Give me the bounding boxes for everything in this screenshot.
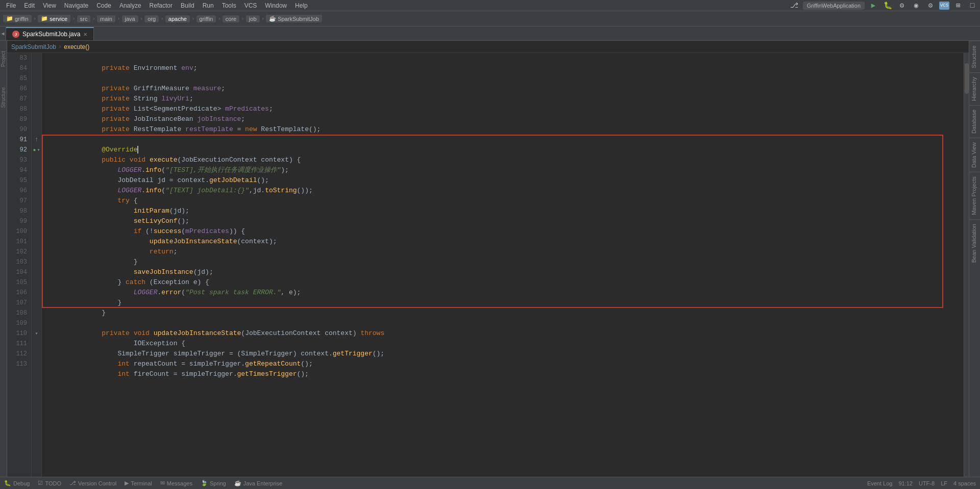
line-num: 90 (7, 124, 27, 135)
menu-help[interactable]: Help (291, 0, 312, 11)
line-num: 99 (7, 216, 27, 226)
code-line-88: private JobInstanceBean jobInstance; (46, 104, 964, 114)
breadcrumb-method[interactable]: execute() (64, 43, 89, 50)
project-label[interactable]: Project (1, 51, 6, 67)
nav-apache[interactable]: apache (165, 15, 190, 22)
menu-code[interactable]: Code (92, 0, 115, 11)
menu-tools[interactable]: Tools (218, 0, 240, 11)
status-debug[interactable]: 🐛 Debug (4, 480, 30, 486)
profile-button[interactable]: ◉ (911, 0, 922, 11)
gutter-cell (32, 124, 41, 135)
code-line-95: LOGGER.info("[TEXT] jobDetail:{}",jd.toS… (46, 175, 964, 186)
panel-bean[interactable]: Bean Validation (969, 219, 980, 267)
event-log-label: Event Log (867, 480, 893, 486)
nav-job[interactable]: job (246, 15, 260, 22)
code-line-107: } (46, 298, 964, 308)
project-toggle[interactable]: ◀ (0, 27, 6, 40)
run-line-icon[interactable]: ● (33, 147, 36, 153)
breadcrumb-class[interactable]: SparkSubmitJob (11, 43, 56, 50)
code-line-100: updateJobInstanceState(context); (46, 226, 964, 237)
nav-src[interactable]: src (77, 15, 91, 22)
gutter-cell (32, 298, 41, 308)
run-config[interactable]: GriffinWebApplication (803, 2, 865, 10)
vertical-scrollbar[interactable] (964, 53, 969, 489)
menu-view[interactable]: View (39, 0, 60, 11)
tab-close-icon[interactable]: ✕ (83, 32, 87, 37)
gutter-cell-run[interactable]: ● ▾ (32, 145, 41, 155)
nav-griffin2[interactable]: griffin (197, 15, 216, 22)
menu-navigate[interactable]: Navigate (60, 0, 92, 11)
line-num: 104 (7, 267, 27, 277)
menu-window[interactable]: Window (261, 0, 291, 11)
status-messages[interactable]: ✉ Messages (160, 480, 192, 486)
line-num: 89 (7, 114, 27, 124)
nav-service[interactable]: 📁 service (38, 15, 70, 22)
status-terminal[interactable]: ▶ Terminal (125, 480, 152, 486)
nav-org[interactable]: org (144, 15, 159, 22)
menu-edit[interactable]: Edit (20, 0, 39, 11)
line-num: 98 (7, 206, 27, 216)
run-button[interactable]: ▶ (868, 0, 879, 11)
breadcrumb-nav: 📁 griffin › 📁 service › src › main › jav… (3, 15, 322, 22)
panel-database[interactable]: Database (969, 105, 980, 138)
terminal-button[interactable]: ⊞ (952, 0, 964, 11)
status-java-enterprise[interactable]: ☕ Java Enterprise (234, 480, 282, 486)
status-indent[interactable]: 4 spaces (953, 480, 976, 486)
code-line-93: LOGGER.info("[TEST],开始执行任务调度作业操作"); (46, 155, 964, 165)
nav-file[interactable]: ☕ SparkSubmitJob (266, 15, 322, 22)
nav-core[interactable]: core (223, 15, 239, 22)
vcs-icon[interactable]: ⎇ (789, 0, 800, 11)
toolbar-right: ⎇ GriffinWebApplication ▶ 🐛 ⚙ ◉ ⚙ VCS ⊞ … (789, 0, 978, 11)
nav-griffin[interactable]: 📁 griffin (3, 15, 32, 22)
code-lines[interactable]: private Environment env; private Griffin… (42, 53, 964, 489)
settings-button[interactable]: ⚙ (925, 0, 936, 11)
code-line-96: try { (46, 186, 964, 196)
status-spring[interactable]: 🍃 Spring (201, 480, 226, 486)
gutter-cell-override: ↑ (32, 135, 41, 145)
code-line-94: JobDetail jd = context.getJobDetail(); (46, 165, 964, 175)
gutter-cell (32, 288, 41, 298)
gutter-cell (32, 359, 41, 369)
line-num: 105 (7, 277, 27, 288)
status-event-log[interactable]: Event Log (867, 480, 893, 486)
editor-area: SparkSubmitJob › execute() 83 84 85 86 8… (7, 41, 969, 489)
menu-run[interactable]: Run (199, 0, 218, 11)
java-enterprise-label: Java Enterprise (243, 480, 282, 486)
panel-structure[interactable]: Structure (969, 41, 980, 72)
panel-hierarchy[interactable]: Hierarchy (969, 72, 980, 105)
gutter-cell (32, 84, 41, 94)
code-line-89: private RestTemplate restTemplate = new … (46, 114, 964, 124)
status-encoding[interactable]: UTF-8 (919, 480, 935, 486)
menu-vcs[interactable]: VCS (240, 0, 261, 11)
status-vcs[interactable]: ⎇ Version Control (69, 480, 116, 486)
status-lf[interactable]: LF (941, 480, 947, 486)
menu-analyze[interactable]: Analyze (115, 0, 145, 11)
maximize-button[interactable]: □ (967, 0, 978, 11)
menu-refactor[interactable]: Refactor (145, 0, 177, 11)
line-num: 109 (7, 318, 27, 328)
collapse-icon[interactable]: ▾ (37, 147, 40, 153)
tab-sparksubmitjob[interactable]: J SparkSubmitJob.java ✕ (6, 27, 94, 40)
code-line-103: saveJobInstance(jd); (46, 257, 964, 267)
panel-dataview[interactable]: Data View (969, 138, 980, 172)
indent-label: 4 spaces (953, 480, 976, 486)
menu-build[interactable]: Build (177, 0, 199, 11)
debug-button[interactable]: 🐛 (882, 0, 893, 11)
status-todo[interactable]: ☑ TODO (38, 480, 61, 486)
structure-label-left[interactable]: Structure (1, 87, 6, 108)
menu-file[interactable]: File (2, 0, 20, 11)
coverage-button[interactable]: ⚙ (896, 0, 908, 11)
gutter-cell (32, 257, 41, 267)
collapse-method-icon[interactable]: ▾ (35, 330, 38, 337)
gutter-cell (32, 165, 41, 175)
panel-maven[interactable]: Maven Projects (969, 172, 980, 219)
main-layout: Project Structure SparkSubmitJob › execu… (0, 41, 980, 489)
vcs-badge[interactable]: VCS (939, 2, 949, 10)
debug-icon: 🐛 (4, 480, 11, 486)
gutter-cell (32, 308, 41, 318)
nav-main[interactable]: main (97, 15, 115, 22)
right-panels: Structure Hierarchy Database Data View M… (969, 41, 980, 489)
nav-java[interactable]: java (122, 15, 138, 22)
scroll-thumb[interactable] (965, 63, 969, 94)
gutter-cell-collapse[interactable]: ▾ (32, 328, 41, 339)
